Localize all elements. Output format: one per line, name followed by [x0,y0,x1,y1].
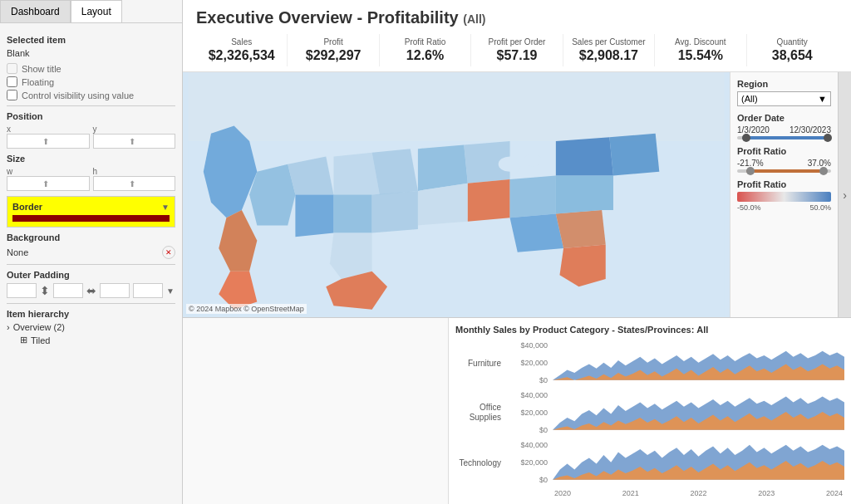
hierarchy-chevron-icon: › [7,322,10,332]
floating-row: Floating [7,76,175,87]
chart-row-office-supplies: OfficeSupplies $40,000 $20,000 $0 [455,389,844,436]
office-y-mid: $20,000 [506,409,548,417]
profit-ratio-legend: Profit Ratio -50.0% 50.0% [737,179,831,212]
office-chart-svg [553,389,844,433]
control-visibility-row: Control visibility using value [7,90,175,100]
hierarchy-overview[interactable]: › Overview (2) [7,322,175,332]
chart-rows: Furniture $40,000 $20,000 $0 [455,340,844,497]
control-visibility-checkbox[interactable] [7,90,17,100]
order-date-label: Order Date [737,113,831,123]
show-title-checkbox[interactable] [7,63,17,74]
title-badge: (All) [463,12,485,26]
ratio-slider-fill [746,169,821,173]
region-label: Region [737,79,831,89]
chart-visual-technology [553,439,844,486]
w-input[interactable]: 390 [7,177,41,190]
y-spinbox[interactable]: 465 ⬆ [93,134,176,149]
background-cancel-icon[interactable]: ✕ [162,246,175,259]
border-color-bar[interactable] [12,215,170,222]
x-label-2021: 2021 [622,489,639,497]
ratio-slider-left-thumb[interactable] [746,167,755,175]
show-title-label: Show title [22,64,61,74]
chart-row-technology: Technology $40,000 $20,000 $0 [455,439,844,486]
furniture-y-high: $40,000 [506,341,548,350]
floating-label: Floating [22,77,54,87]
metric-discount-value: 15.54% [662,48,739,63]
region-dropdown[interactable]: (All) ▼ [737,91,831,106]
position-grid: x 11 ⬆ y 465 ⬆ [7,125,175,149]
chart-section: Monthly Sales by Product Category - Stat… [449,318,851,504]
metric-profit-ratio-label: Profit Ratio [386,37,464,46]
h-input[interactable]: 296 [94,177,127,190]
y-label: y [93,125,176,134]
title-text: Executive Overview - Profitability [196,8,459,27]
tab-dashboard[interactable]: Dashboard [0,0,71,22]
legend-labels: -50.0% 50.0% [737,203,831,212]
padding-left-input[interactable]: 4 [133,283,163,298]
usa-map-svg [183,72,730,317]
metrics-row: Sales $2,326,534 Profit $292,297 Profit … [196,34,838,66]
svg-point-3 [524,154,542,167]
x-spinner-icon: ⬆ [41,137,51,146]
legend-gradient [737,192,831,202]
padding-top-input[interactable]: 4 [7,283,37,298]
ratio-slider-track[interactable] [737,169,831,173]
x-spinbox[interactable]: 11 ⬆ [7,134,90,149]
x-label-2023: 2023 [758,489,775,497]
chart-title: Monthly Sales by Product Category - Stat… [455,325,844,335]
metric-spc-value: $2,908.17 [570,48,647,63]
tech-chart-svg [553,439,844,482]
chart-label-technology: Technology [455,458,501,467]
tiled-label: Tiled [31,335,50,345]
padding-dropdown-icon[interactable]: ▼ [166,286,175,296]
y-input[interactable]: 465 [94,135,127,148]
border-dropdown-arrow[interactable]: ▼ [161,203,170,212]
h-spinbox[interactable]: 296 ⬆ [93,176,176,191]
panel-content: Selected item Blank Show title Floating … [0,23,182,504]
chart-visual-office-supplies [553,389,844,436]
furniture-y-mid: $20,000 [506,359,548,367]
metric-qty-label: Quantity [754,37,831,46]
tiled-icon: ⊞ [20,335,27,345]
chart-label-office-supplies: OfficeSupplies [455,403,501,423]
region-dropdown-arrow-icon: ▼ [818,94,827,104]
legend-max-label: 50.0% [809,203,831,212]
w-label: w [7,167,90,176]
date-slider-left-thumb[interactable] [742,134,750,142]
svg-rect-1 [188,72,724,141]
metric-ppo-value: $57.19 [478,48,555,63]
map-section: × ⇕ ⇔ © 2024 Mapbox © OpenStreetMap [183,72,730,317]
floating-checkbox[interactable] [7,76,17,87]
h-group: h 296 ⬆ [93,167,176,191]
tech-y-low: $0 [506,476,548,484]
date-slider-track[interactable] [737,136,831,139]
border-label: Border [12,202,42,212]
padding-right-input[interactable]: 4 [53,283,83,298]
metric-sales-label: Sales [203,37,280,46]
region-value: (All) [741,94,758,104]
date-slider-right-thumb[interactable] [824,134,832,142]
furniture-chart-svg [553,340,844,383]
tab-layout[interactable]: Layout [71,0,122,22]
x-input[interactable]: 11 [7,135,41,148]
hierarchy-title: Item hierarchy [7,309,175,319]
blank-label: Blank [7,48,175,58]
ratio-slider-right-thumb[interactable] [819,167,828,175]
hierarchy-tiled[interactable]: ⊞ Tiled [20,335,175,345]
w-spinbox[interactable]: 390 ⬆ [7,176,90,191]
order-date-filter: Order Date 1/3/2020 12/30/2023 [737,113,831,139]
show-title-row: Show title [7,63,175,74]
profit-ratio-filter: Profit Ratio -21.7% 37.0% [737,146,831,173]
metric-quantity: Quantity 38,654 [747,34,838,66]
legend-min-label: -50.0% [737,203,761,212]
page-title: Executive Overview - Profitability (All) [196,8,838,27]
background-none: None [7,247,28,257]
dashboard-area: × ⇕ ⇔ © 2024 Mapbox © OpenStreetMap Regi… [183,72,851,317]
region-filter: Region (All) ▼ [737,79,831,106]
selected-item-label: Selected item [7,35,175,45]
border-row: Border ▼ [12,202,170,212]
w-group: w 390 ⬆ [7,167,90,191]
padding-bottom-input[interactable]: 4 [100,283,130,298]
padding-left: 4 [133,283,163,298]
right-collapse-arrow[interactable]: › [838,72,851,317]
